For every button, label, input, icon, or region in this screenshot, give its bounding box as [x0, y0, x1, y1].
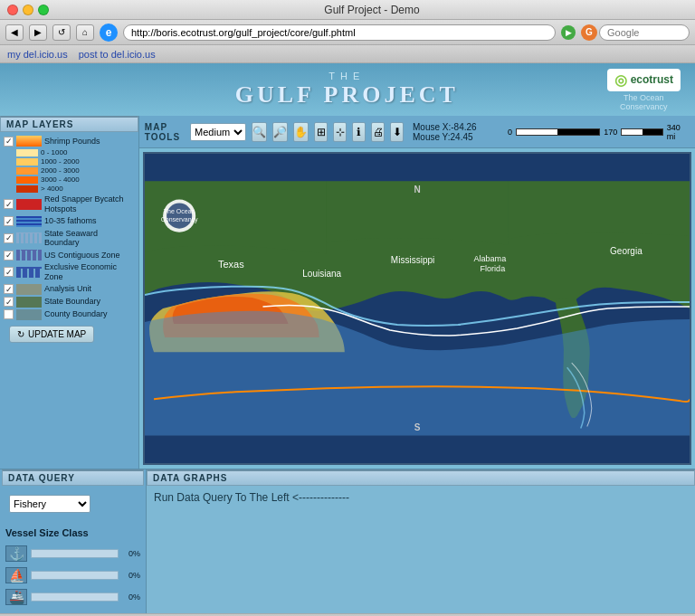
- update-map-button[interactable]: ↻ UPDATE MAP: [9, 326, 94, 343]
- layer-red-snapper-checkbox[interactable]: ✓: [4, 199, 14, 209]
- layer-analysis-unit-checkbox[interactable]: ✓: [4, 284, 14, 294]
- layer-eez[interactable]: ✓ Exclusive Economic Zone: [4, 262, 135, 282]
- svg-text:The Ocean: The Ocean: [164, 208, 195, 214]
- back-button[interactable]: ◀: [5, 24, 24, 41]
- bookmark-my-delicious[interactable]: my del.icio.us: [7, 49, 68, 60]
- fathoms-icon: [16, 216, 42, 227]
- layer-shrimp-pounds[interactable]: ✓ Shrimp Pounds: [4, 136, 135, 147]
- vessel-pct-1: 0%: [122, 549, 140, 558]
- state-boundary-icon: [16, 297, 42, 308]
- layer-fathoms[interactable]: ✓ 10-35 fathoms: [4, 216, 135, 227]
- zoom-extent-button[interactable]: ⊞: [314, 122, 328, 142]
- layer-county-boundary[interactable]: ✓ County Boundary: [4, 309, 135, 320]
- map-area: MAP TOOLS Small Medium Large 🔍 🔎 ✋ ⊞ ⊹ ℹ…: [139, 116, 695, 469]
- header-title: THE GULF PROJECT: [87, 71, 607, 109]
- home-button[interactable]: ⌂: [76, 24, 94, 41]
- scale-bar: 0 170 340 mi: [508, 123, 690, 141]
- layer-fathoms-checkbox[interactable]: ✓: [4, 216, 14, 226]
- ocean-conservancy-label: The OceanConservancy: [620, 93, 668, 111]
- pan-button[interactable]: ✋: [293, 122, 309, 142]
- layer-shrimp-label: Shrimp Pounds: [44, 137, 100, 147]
- scale-left: 0: [508, 128, 512, 137]
- svg-text:N: N: [414, 185, 420, 194]
- layer-state-boundary-label: State Boundary: [44, 297, 100, 307]
- toolbar: ◀ ▶ ↺ ⌂ e ▶ G: [0, 20, 695, 45]
- analysis-unit-icon: [16, 284, 42, 295]
- red-snapper-icon: [16, 199, 42, 210]
- vessel-row-2: ⛵ 0%: [5, 567, 140, 583]
- close-button[interactable]: [7, 5, 18, 15]
- map-svg: The Ocean Conservancy Texas Louisiana Mi…: [145, 154, 690, 463]
- header-the: THE: [87, 71, 607, 81]
- map-image-container[interactable]: The Ocean Conservancy Texas Louisiana Mi…: [143, 152, 691, 465]
- bookmark-post-delicious[interactable]: post to del.icio.us: [79, 49, 156, 60]
- bottom-left-panel: DATA QUERY Fishery Species Region Vessel…: [0, 469, 147, 613]
- data-query-select[interactable]: Fishery Species Region: [9, 495, 90, 513]
- layer-state-boundary[interactable]: ✓ State Boundary: [4, 297, 135, 308]
- browser-icon: e: [100, 24, 118, 42]
- zoom-out-button[interactable]: 🔎: [272, 122, 288, 142]
- reload-button[interactable]: ↺: [52, 24, 71, 41]
- layer-red-snapper[interactable]: ✓ Red Snapper Bycatch Hotspots: [4, 194, 135, 214]
- svg-text:Alabama: Alabama: [473, 254, 507, 263]
- layer-analysis-unit[interactable]: ✓ Analysis Unit: [4, 284, 135, 295]
- data-graphs-header: DATA GRAPHS: [147, 469, 695, 486]
- coords-display: Mouse X:-84.26 Mouse Y:24.45: [413, 122, 495, 142]
- state-seaward-icon: [16, 232, 42, 243]
- layer-state-seaward[interactable]: ✓ State Seaward Boundary: [4, 229, 135, 249]
- minimize-button[interactable]: [23, 5, 33, 15]
- shrimp-legend: 0 - 1000 1000 - 2000 2000 - 3000 3000 - …: [4, 148, 135, 193]
- vessel-icon-2: ⛵: [5, 567, 27, 583]
- eez-icon: [16, 267, 42, 278]
- layer-eez-checkbox[interactable]: ✓: [4, 267, 14, 277]
- export-button[interactable]: ⬇: [390, 122, 404, 142]
- window-chrome: Gulf Project - Demo: [0, 0, 695, 20]
- bottom-right-panel: DATA GRAPHS Run Data Query To The Left <…: [147, 469, 695, 613]
- vessel-row-3: 🚢 0%: [5, 589, 140, 605]
- zoom-select[interactable]: Small Medium Large: [190, 123, 246, 141]
- data-query-section: Fishery Species Region: [5, 491, 140, 516]
- data-query-header: DATA QUERY: [2, 469, 144, 486]
- scale-right: 340 mi: [667, 123, 690, 141]
- layer-state-seaward-checkbox[interactable]: ✓: [4, 233, 14, 243]
- svg-text:Louisiana: Louisiana: [302, 269, 341, 279]
- page-header: THE GULF PROJECT ◎ ecotrust The OceanCon…: [0, 63, 695, 116]
- update-map-label: UPDATE MAP: [28, 329, 86, 339]
- layer-county-boundary-label: County Boundary: [44, 309, 108, 319]
- left-panel: MAP LAYERS ✓ Shrimp Pounds 0 - 1000 1000…: [0, 116, 139, 469]
- map-tools-bar: MAP TOOLS Small Medium Large 🔍 🔎 ✋ ⊞ ⊹ ℹ…: [139, 116, 695, 148]
- scale-bar-visual: [516, 128, 600, 136]
- layer-shrimp-checkbox[interactable]: ✓: [4, 137, 14, 147]
- ecotrust-badge: ◎ ecotrust: [607, 69, 681, 91]
- window-title: Gulf Project - Demo: [56, 4, 688, 16]
- shrimp-icon: [16, 136, 42, 147]
- layer-state-boundary-checkbox[interactable]: ✓: [4, 297, 14, 307]
- ecotrust-logo: ◎ ecotrust The OceanConservancy: [607, 69, 681, 111]
- info-button[interactable]: ℹ: [352, 122, 366, 142]
- bookmarks-bar: my del.icio.us post to del.icio.us: [0, 45, 695, 63]
- traffic-lights: [7, 5, 49, 15]
- map-layers-header: MAP LAYERS: [0, 116, 138, 132]
- search-input[interactable]: [599, 24, 690, 41]
- map-tools-header: MAP TOOLS: [145, 122, 185, 142]
- zoom-in-button[interactable]: 🔍: [252, 122, 267, 142]
- svg-text:Florida: Florida: [480, 264, 506, 273]
- update-map-icon: ↻: [17, 329, 24, 339]
- print-button[interactable]: 🖨: [371, 122, 385, 142]
- map-layers: ✓ Shrimp Pounds 0 - 1000 1000 - 2000 200…: [0, 132, 138, 352]
- layer-us-contiguous-label: US Contiguous Zone: [44, 251, 120, 261]
- layer-eez-label: Exclusive Economic Zone: [44, 262, 135, 282]
- url-bar[interactable]: [123, 24, 556, 41]
- layer-red-snapper-label: Red Snapper Bycatch Hotspots: [44, 194, 135, 214]
- select-button[interactable]: ⊹: [333, 122, 347, 142]
- svg-text:Conservancy: Conservancy: [161, 216, 198, 223]
- go-button[interactable]: ▶: [561, 25, 576, 40]
- maximize-button[interactable]: [38, 5, 49, 15]
- bottom-section: DATA QUERY Fishery Species Region Vessel…: [0, 469, 695, 613]
- vessel-row-1: ⚓ 0%: [5, 545, 140, 562]
- forward-button[interactable]: ▶: [29, 24, 47, 41]
- layer-us-contiguous-checkbox[interactable]: ✓: [4, 251, 14, 261]
- layer-county-boundary-checkbox[interactable]: ✓: [4, 309, 14, 319]
- layer-us-contiguous[interactable]: ✓ US Contiguous Zone: [4, 250, 135, 261]
- header-gulf-project: GULF PROJECT: [87, 81, 607, 109]
